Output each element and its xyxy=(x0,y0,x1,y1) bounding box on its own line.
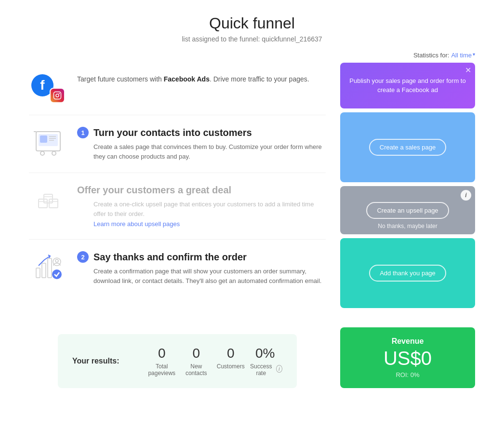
step2-title: Say thanks and confirm the order xyxy=(93,252,247,263)
svg-point-2 xyxy=(59,93,60,94)
sales-page-funnel-block[interactable]: Create a sales page xyxy=(340,112,475,182)
statistics-label: Statistics for: xyxy=(413,52,449,59)
close-icon[interactable]: ✕ xyxy=(465,67,471,74)
step1-badge: 1 xyxy=(77,127,89,138)
new-contacts-label: New contacts xyxy=(179,363,214,377)
revenue-block: Revenue US$0 ROI: 0% xyxy=(340,327,475,388)
svg-point-1 xyxy=(56,94,59,97)
page-subtitle: list assigned to the funnel: quickfunnel… xyxy=(0,35,504,43)
step2-badge: 2 xyxy=(77,251,89,263)
success-rate-label: Success rate xyxy=(248,363,275,377)
facebook-funnel-text: Publish your sales page and order form t… xyxy=(340,69,475,102)
revenue-label: Revenue xyxy=(350,337,465,346)
upsell-funnel-block[interactable]: i Create an upsell page No thanks, maybe… xyxy=(340,186,475,234)
no-thanks-link[interactable]: No thanks, maybe later xyxy=(378,223,437,229)
svg-point-10 xyxy=(52,151,56,155)
svg-point-9 xyxy=(40,151,44,155)
results-stats: 0 Total pageviews 0 New contacts 0 Custo… xyxy=(145,346,282,377)
upsell-text: Offer your customers a great deal Create… xyxy=(77,185,326,228)
success-rate-stat: 0% Success rate i xyxy=(248,346,283,377)
total-pageviews-value: 0 xyxy=(145,346,179,361)
upsell-learn-more-link[interactable]: Learn more about upsell pages xyxy=(93,220,326,228)
step1-description: Create a sales page that convinces them … xyxy=(93,142,326,161)
step1-title: Turn your contacts into customers xyxy=(93,127,252,138)
customers-label: Customers xyxy=(213,363,248,370)
upsell-description: Create a one-click upsell page that enti… xyxy=(93,200,326,218)
svg-point-22 xyxy=(52,269,62,279)
facebook-funnel-block[interactable]: ✕ Publish your sales page and order form… xyxy=(340,63,475,108)
add-thank-you-page-button[interactable]: Add thank you page xyxy=(369,265,446,282)
revenue-roi: ROI: 0% xyxy=(350,371,465,378)
step1-section: 1 Turn your contacts into customers Crea… xyxy=(29,115,326,173)
success-rate-info-icon[interactable]: i xyxy=(276,365,282,373)
left-panel: f Target future customers with Facebook … xyxy=(29,63,326,308)
customers-stat: 0 Customers xyxy=(213,346,248,377)
thankyou-funnel-block[interactable]: Add thank you page xyxy=(340,238,475,308)
svg-rect-18 xyxy=(42,263,46,278)
sales-page-icon xyxy=(29,127,67,161)
thankyou-section: 2 Say thanks and confirm the order Creat… xyxy=(29,240,326,297)
new-contacts-stat: 0 New contacts xyxy=(179,346,214,377)
social-icons: f xyxy=(29,74,67,103)
success-rate-value: 0% xyxy=(248,346,283,361)
revenue-amount: US$0 xyxy=(350,348,465,369)
new-contacts-value: 0 xyxy=(179,346,214,361)
confirmation-icon xyxy=(29,251,67,285)
facebook-text: Target future customers with Facebook Ad… xyxy=(77,74,326,84)
svg-rect-19 xyxy=(48,258,52,278)
thankyou-text: 2 Say thanks and confirm the order Creat… xyxy=(77,251,326,285)
step2-description: Create a confirmation page that will sho… xyxy=(93,267,326,285)
svg-point-21 xyxy=(55,259,58,262)
create-upsell-page-button[interactable]: Create an upsell page xyxy=(366,202,449,219)
statistics-bar: Statistics for: All time ▾ xyxy=(0,48,504,63)
results-section: Your results: 0 Total pageviews 0 New co… xyxy=(29,334,326,407)
upsell-title: Offer your customers a great deal xyxy=(77,185,231,196)
instagram-icon xyxy=(50,88,65,103)
upsell-section: Offer your customers a great deal Create… xyxy=(29,173,326,240)
info-icon[interactable]: i xyxy=(461,190,471,201)
total-pageviews-stat: 0 Total pageviews xyxy=(145,346,179,377)
upsell-icon xyxy=(29,185,67,218)
total-pageviews-label: Total pageviews xyxy=(145,363,179,377)
revenue-section: Revenue US$0 ROI: 0% xyxy=(340,327,475,407)
statistics-period[interactable]: All time xyxy=(451,52,472,59)
customers-value: 0 xyxy=(213,346,248,361)
svg-rect-5 xyxy=(40,135,47,143)
results-label: Your results: xyxy=(72,357,145,365)
facebook-section: f Target future customers with Facebook … xyxy=(29,63,326,115)
page-title: Quick funnel xyxy=(0,14,504,32)
step1-text: 1 Turn your contacts into customers Crea… xyxy=(77,127,326,161)
funnel-panel: ✕ Publish your sales page and order form… xyxy=(340,63,475,308)
svg-rect-17 xyxy=(36,268,40,278)
svg-rect-0 xyxy=(54,92,61,99)
chevron-down-icon: ▾ xyxy=(473,52,475,59)
create-sales-page-button[interactable]: Create a sales page xyxy=(369,139,446,156)
